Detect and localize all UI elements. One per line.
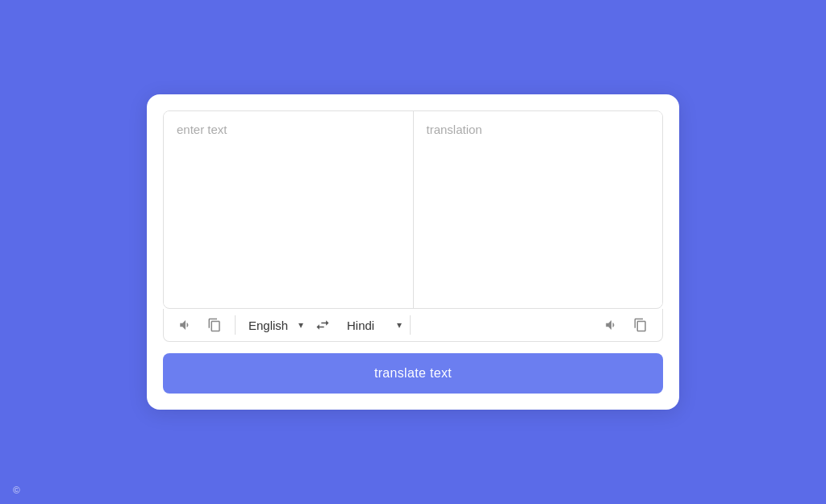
translator-card: English Spanish French German Chinese ▾ … <box>147 94 679 410</box>
source-volume-button[interactable] <box>173 314 198 335</box>
target-text-output[interactable] <box>414 111 663 305</box>
right-controls <box>599 314 653 335</box>
target-lang-chevron-icon: ▾ <box>397 319 402 331</box>
swap-icon <box>315 317 331 333</box>
target-textarea-wrapper <box>414 111 663 308</box>
swap-languages-button[interactable] <box>308 314 337 336</box>
volume-icon <box>178 318 193 332</box>
textareas-container <box>163 110 663 309</box>
source-textarea-wrapper <box>164 111 414 308</box>
target-lang-select-wrapper: Hindi Spanish French German Chinese ▾ <box>342 315 402 335</box>
right-divider <box>410 315 411 335</box>
source-lang-select-wrapper: English Spanish French German Chinese ▾ <box>244 315 303 335</box>
translate-button[interactable]: translate text <box>163 353 663 394</box>
left-divider <box>235 315 236 335</box>
source-lang-chevron-icon: ▾ <box>298 319 303 331</box>
copy-icon <box>207 318 222 332</box>
target-volume-icon <box>604 318 619 332</box>
source-text-input[interactable] <box>164 111 413 305</box>
source-copy-button[interactable] <box>202 314 227 335</box>
target-copy-button[interactable] <box>628 314 653 335</box>
target-volume-button[interactable] <box>599 314 624 335</box>
controls-bar: English Spanish French German Chinese ▾ … <box>163 309 663 342</box>
target-lang-select[interactable]: Hindi Spanish French German Chinese <box>342 315 395 335</box>
target-copy-icon <box>633 318 648 332</box>
source-lang-select[interactable]: English Spanish French German Chinese <box>244 315 297 335</box>
copyright: © <box>13 485 20 496</box>
